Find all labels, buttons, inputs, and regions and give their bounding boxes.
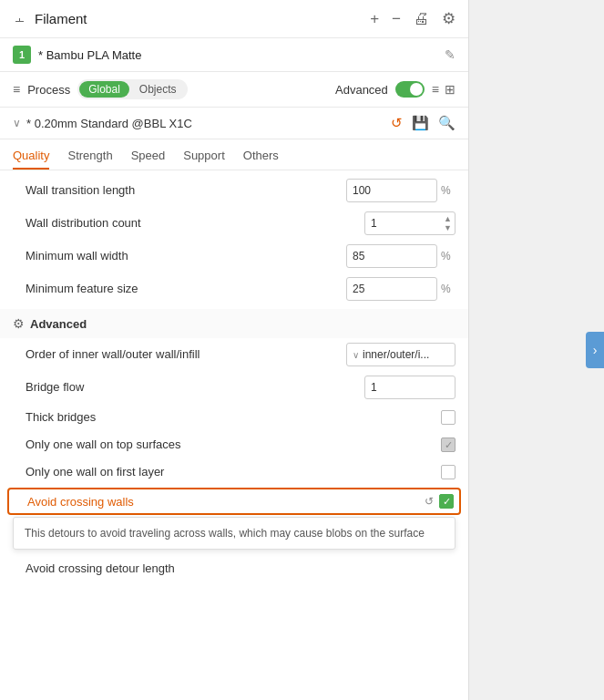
avoid-crossing-label: Avoid crossing walls	[27, 495, 425, 509]
dropdown-arrow: ∨	[353, 350, 359, 360]
process-bar: ≡ Process Global Objects Advanced ≡ ⊞	[0, 72, 468, 108]
process-right: Advanced ≡ ⊞	[335, 81, 456, 98]
side-panel: ›	[469, 0, 604, 700]
thick-bridges-label: Thick bridges	[26, 410, 441, 426]
thick-bridges-checkbox[interactable]	[441, 410, 456, 425]
wall-order-value: inner/outer/i...	[363, 348, 429, 361]
tab-objects[interactable]: Objects	[130, 81, 186, 98]
minus-button[interactable]: −	[392, 10, 401, 28]
bridge-flow-label: Bridge flow	[26, 380, 364, 396]
wall-order-dropdown[interactable]: ∨ inner/outer/i...	[346, 343, 456, 366]
process-icon: ≡	[13, 82, 20, 97]
filament-bar: 1 * Bambu PLA Matte ✎	[0, 38, 468, 72]
list-view-icon[interactable]: ≡	[432, 82, 439, 97]
wall-distribution-value: 1	[365, 217, 444, 230]
wall-order-input: ∨ inner/outer/i...	[346, 343, 456, 366]
profile-bar: ∨ * 0.20mm Standard @BBL X1C ↺ 💾 🔍	[0, 108, 468, 139]
advanced-section-header: ⚙ Advanced	[0, 309, 468, 338]
filament-icon: ⫠	[13, 11, 27, 27]
thick-bridges-row: Thick bridges	[0, 404, 468, 431]
one-wall-first-row: Only one wall on first layer	[0, 458, 468, 486]
profile-save-icon[interactable]: 💾	[412, 115, 429, 131]
one-wall-first-label: Only one wall on first layer	[26, 465, 441, 480]
min-feature-size-row: Minimum feature size %	[0, 273, 468, 305]
bridge-flow-input	[364, 376, 456, 399]
wall-distribution-input: 1 ▲ ▼	[364, 211, 456, 235]
filament-edit-icon[interactable]: ✎	[445, 47, 456, 62]
min-feature-size-unit: %	[441, 283, 456, 295]
wall-order-label: Order of inner wall/outer wall/infill	[26, 347, 346, 363]
thick-bridges-input	[441, 410, 456, 425]
wall-order-row: Order of inner wall/outer wall/infill ∨ …	[0, 338, 468, 371]
settings-icon[interactable]: ⚙	[442, 9, 456, 28]
advanced-section-title: Advanced	[30, 317, 87, 331]
min-wall-width-input: %	[346, 244, 456, 268]
wall-distribution-label: Wall distribution count	[26, 216, 364, 232]
wall-transition-row: Wall transition length %	[0, 174, 468, 207]
avoid-crossing-actions: ↺ ✓	[425, 494, 454, 509]
tab-group: Global Objects	[77, 79, 187, 99]
quality-group: Wall transition length % Wall distributi…	[0, 170, 468, 309]
avoid-crossing-reset[interactable]: ↺	[425, 495, 434, 508]
tab-speed[interactable]: Speed	[131, 143, 166, 170]
min-wall-width-field[interactable]	[346, 244, 437, 268]
wall-transition-unit: %	[441, 184, 456, 197]
process-label: Process	[27, 83, 70, 97]
spinner-down[interactable]: ▼	[444, 224, 452, 232]
min-feature-size-label: Minimum feature size	[26, 282, 346, 297]
profile-actions: ↺ 💾 🔍	[391, 115, 456, 131]
tab-global[interactable]: Global	[79, 81, 129, 98]
min-wall-width-label: Minimum wall width	[26, 249, 346, 264]
wall-transition-field[interactable]	[346, 179, 437, 202]
min-feature-size-field[interactable]	[346, 277, 437, 301]
bridge-flow-field[interactable]	[364, 376, 456, 399]
app-header: ⫠ Filament + − 🖨 ⚙	[0, 0, 468, 38]
tab-strength[interactable]: Strength	[67, 143, 112, 170]
advanced-label: Advanced	[335, 83, 388, 97]
min-wall-width-row: Minimum wall width %	[0, 240, 468, 273]
grid-view-icon[interactable]: ⊞	[445, 82, 456, 97]
tab-others[interactable]: Others	[243, 143, 279, 170]
wall-transition-input: %	[346, 179, 456, 202]
wall-transition-label: Wall transition length	[26, 183, 346, 199]
header-actions: + − 🖨 ⚙	[370, 9, 456, 28]
filament-name: * Bambu PLA Matte	[38, 48, 437, 62]
profile-search-icon[interactable]: 🔍	[438, 115, 456, 131]
wall-distribution-spinner[interactable]: 1 ▲ ▼	[364, 211, 456, 235]
tab-support[interactable]: Support	[183, 143, 225, 170]
min-wall-width-unit: %	[441, 250, 456, 262]
min-feature-size-input: %	[346, 277, 456, 301]
avoid-crossing-row: Avoid crossing walls ↺ ✓	[7, 488, 461, 515]
avoid-crossing-detour-label: Avoid crossing detour length	[26, 561, 456, 577]
checkbox-checkmark: ✓	[445, 439, 453, 451]
process-view-icons: ≡ ⊞	[432, 82, 456, 97]
tooltip-box: This detours to avoid traveling across w…	[13, 517, 456, 550]
spinner-arrows[interactable]: ▲ ▼	[444, 211, 455, 235]
app-title: Filament	[35, 11, 363, 26]
one-wall-top-label: Only one wall on top surfaces	[26, 438, 441, 453]
one-wall-top-input: ✓	[441, 438, 456, 452]
avoid-crossing-checkbox[interactable]: ✓	[439, 494, 454, 509]
profile-name: * 0.20mm Standard @BBL X1C	[26, 117, 385, 130]
nav-tabs: Quality Strength Speed Support Others	[0, 139, 468, 170]
avoid-crossing-checkmark: ✓	[443, 496, 451, 508]
bridge-flow-row: Bridge flow	[0, 371, 468, 404]
side-arrow[interactable]: ›	[586, 332, 604, 368]
content-area: Wall transition length % Wall distributi…	[0, 170, 468, 700]
tooltip-text: This detours to avoid traveling across w…	[25, 527, 425, 540]
one-wall-first-checkbox[interactable]	[441, 465, 456, 479]
one-wall-top-row: Only one wall on top surfaces ✓	[0, 431, 468, 458]
tab-quality[interactable]: Quality	[13, 143, 49, 170]
filament-number: 1	[13, 46, 31, 64]
avoid-crossing-detour-row: Avoid crossing detour length	[0, 555, 468, 582]
wall-distribution-row: Wall distribution count 1 ▲ ▼	[0, 207, 468, 240]
advanced-toggle[interactable]	[395, 81, 425, 98]
add-button[interactable]: +	[370, 10, 379, 28]
profile-reset-icon[interactable]: ↺	[391, 115, 403, 131]
spinner-up[interactable]: ▲	[444, 215, 452, 223]
one-wall-first-input	[441, 465, 456, 479]
print-icon[interactable]: 🖨	[414, 10, 429, 28]
profile-chevron: ∨	[13, 117, 21, 129]
advanced-section-icon: ⚙	[13, 316, 25, 331]
one-wall-top-checkbox[interactable]: ✓	[441, 438, 456, 452]
